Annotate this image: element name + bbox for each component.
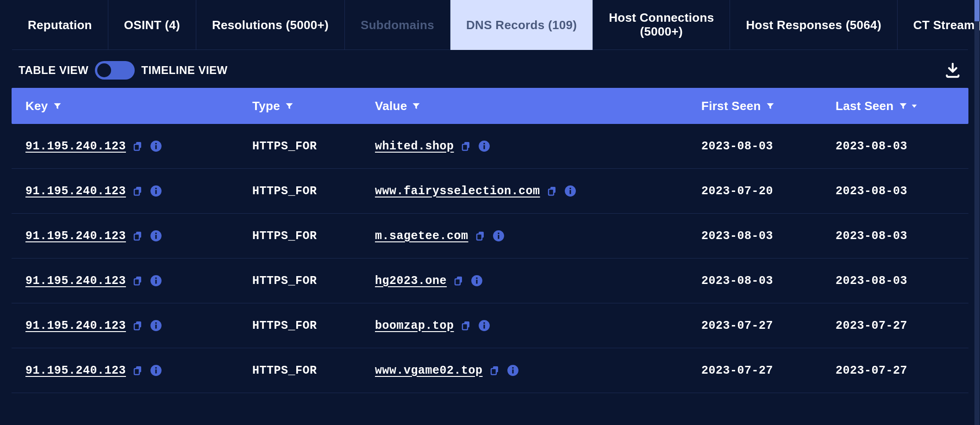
cell-type: HTTPS_FOR <box>238 185 361 198</box>
svg-rect-56 <box>491 369 496 375</box>
cell-value: whited.shop <box>361 140 687 153</box>
copy-icon[interactable] <box>132 275 144 286</box>
cell-first-seen: 2023-08-03 <box>687 140 822 153</box>
value-link[interactable]: boomzap.top <box>375 319 454 333</box>
value-link[interactable]: m.sagetee.com <box>375 229 468 243</box>
first-seen-text: 2023-07-27 <box>701 319 773 333</box>
table-row: 91.195.240.123HTTPS_FORwww.fairysselecti… <box>12 169 968 214</box>
col-type[interactable]: Type <box>238 99 361 113</box>
col-key[interactable]: Key <box>12 99 238 113</box>
cell-first-seen: 2023-07-27 <box>687 364 822 377</box>
tab-host-connections[interactable]: Host Connections (5000+) <box>593 0 730 50</box>
key-link[interactable]: 91.195.240.123 <box>25 274 126 288</box>
copy-icon[interactable] <box>453 275 464 286</box>
cell-last-seen: 2023-07-27 <box>822 364 956 377</box>
tab-reputation[interactable]: Reputation <box>12 0 108 50</box>
copy-icon[interactable] <box>461 141 472 152</box>
filter-icon[interactable] <box>53 101 62 111</box>
first-seen-text: 2023-07-27 <box>701 364 773 377</box>
svg-rect-1 <box>134 144 139 150</box>
info-icon[interactable] <box>564 185 576 197</box>
svg-rect-16 <box>549 189 554 195</box>
value-link[interactable]: www.fairysselection.com <box>375 185 540 198</box>
info-icon[interactable] <box>150 364 162 376</box>
svg-rect-48 <box>483 325 485 329</box>
cell-last-seen: 2023-08-03 <box>822 140 956 153</box>
value-link[interactable]: hg2023.one <box>375 274 447 288</box>
last-seen-text: 2023-08-03 <box>836 229 907 243</box>
sort-desc-icon[interactable] <box>911 102 918 110</box>
svg-rect-31 <box>134 279 139 285</box>
info-icon[interactable] <box>507 364 519 376</box>
copy-icon[interactable] <box>461 320 472 331</box>
svg-rect-43 <box>156 325 157 329</box>
copy-icon[interactable] <box>132 230 144 241</box>
tab-host-responses[interactable]: Host Responses (5064) <box>730 0 897 50</box>
copy-icon[interactable] <box>132 185 144 197</box>
cell-value: www.vgame02.top <box>361 364 687 377</box>
cell-first-seen: 2023-08-03 <box>687 229 822 243</box>
tab-osint[interactable]: OSINT (4) <box>108 0 196 50</box>
svg-rect-11 <box>134 189 139 195</box>
key-link[interactable]: 91.195.240.123 <box>25 229 126 243</box>
filter-icon[interactable] <box>285 101 294 111</box>
key-link[interactable]: 91.195.240.123 <box>25 185 126 198</box>
info-icon[interactable] <box>150 320 162 332</box>
col-value[interactable]: Value <box>361 99 687 113</box>
info-icon[interactable] <box>478 320 490 332</box>
cell-key: 91.195.240.123 <box>12 319 238 333</box>
scrollbar-thumb[interactable] <box>974 0 980 21</box>
col-key-label: Key <box>25 99 48 113</box>
table-row: 91.195.240.123HTTPS_FORhg2023.one2023-08… <box>12 259 968 303</box>
value-link[interactable]: whited.shop <box>375 140 454 153</box>
cell-key: 91.195.240.123 <box>12 229 238 243</box>
value-link[interactable]: www.vgame02.top <box>375 364 483 377</box>
info-icon[interactable] <box>150 275 162 287</box>
svg-rect-8 <box>483 145 485 149</box>
cell-value: www.fairysselection.com <box>361 185 687 198</box>
key-link[interactable]: 91.195.240.123 <box>25 319 126 333</box>
scrollbar[interactable] <box>974 0 980 425</box>
type-text: HTTPS_FOR <box>252 274 317 288</box>
info-icon[interactable] <box>150 185 162 197</box>
view-toggle[interactable] <box>95 61 135 80</box>
copy-icon[interactable] <box>475 230 486 241</box>
tab-ct-stream[interactable]: CT Stream (0) <box>898 0 980 50</box>
copy-icon[interactable] <box>489 365 500 376</box>
key-link[interactable]: 91.195.240.123 <box>25 140 126 153</box>
download-icon[interactable] <box>944 62 961 79</box>
col-value-label: Value <box>375 99 407 113</box>
tab-dns-records[interactable]: DNS Records (109) <box>450 0 593 50</box>
info-icon[interactable] <box>471 275 483 287</box>
cell-last-seen: 2023-07-27 <box>822 319 956 333</box>
col-last-seen[interactable]: Last Seen <box>822 99 956 113</box>
filter-icon[interactable] <box>899 101 908 111</box>
last-seen-text: 2023-07-27 <box>836 319 907 333</box>
info-icon[interactable] <box>478 140 490 152</box>
cell-type: HTTPS_FOR <box>238 140 361 153</box>
info-icon[interactable] <box>150 140 162 152</box>
col-last-seen-label: Last Seen <box>836 99 894 113</box>
filter-icon[interactable] <box>412 101 421 111</box>
cell-key: 91.195.240.123 <box>12 185 238 198</box>
copy-icon[interactable] <box>132 320 144 331</box>
copy-icon[interactable] <box>547 185 558 197</box>
cell-key: 91.195.240.123 <box>12 140 238 153</box>
last-seen-text: 2023-08-03 <box>836 140 907 153</box>
copy-icon[interactable] <box>132 365 144 376</box>
svg-rect-13 <box>156 190 157 194</box>
copy-icon[interactable] <box>132 141 144 152</box>
key-link[interactable]: 91.195.240.123 <box>25 364 126 377</box>
tab-resolutions[interactable]: Resolutions (5000+) <box>196 0 345 50</box>
info-icon[interactable] <box>150 230 162 242</box>
filter-icon[interactable] <box>766 101 775 111</box>
col-first-seen[interactable]: First Seen <box>687 99 822 113</box>
table-header: Key Type Value First Seen Last Seen <box>12 88 968 124</box>
type-text: HTTPS_FOR <box>252 185 317 198</box>
info-icon[interactable] <box>493 230 505 242</box>
tab-subdomains[interactable]: Subdomains <box>345 0 450 50</box>
svg-rect-59 <box>512 367 513 369</box>
svg-rect-18 <box>569 190 571 194</box>
svg-rect-19 <box>569 188 571 189</box>
type-text: HTTPS_FOR <box>252 229 317 243</box>
